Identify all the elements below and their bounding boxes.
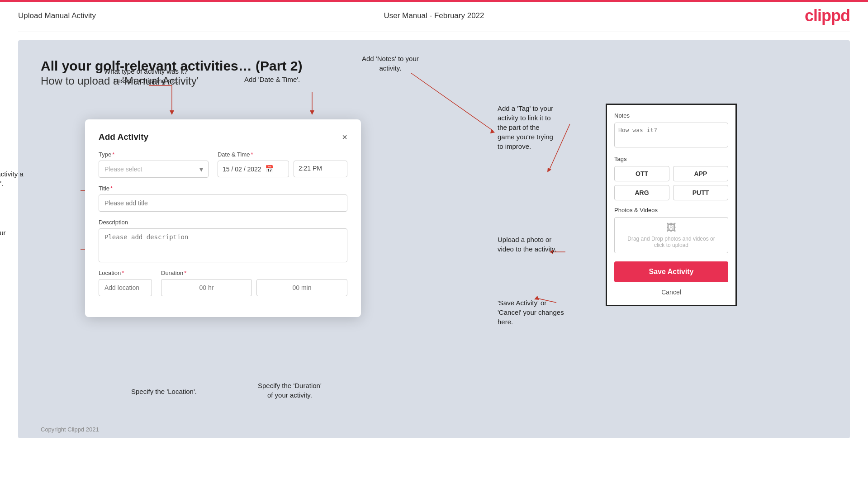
annotation-notes: Add 'Notes' to your activity. (362, 54, 419, 73)
description-textarea[interactable] (99, 228, 347, 262)
main-content-area: All your golf-relevant activities… (Part… (18, 40, 850, 438)
svg-marker-16 (547, 168, 551, 172)
notes-section-label: Notes (614, 112, 728, 119)
annotation-save: 'Save Activity' or 'Cancel' your changes… (498, 298, 597, 327)
photo-icon: 🖼 (666, 222, 676, 234)
title-label: Title* (99, 185, 347, 192)
photos-placeholder-text: Drag and Drop photos and videos or click… (627, 236, 715, 248)
page-header-left: Upload Manual Activity (18, 11, 96, 20)
location-label: Location* (99, 270, 152, 276)
annotation-give-title: Give your activity a 'Title'. (0, 169, 24, 188)
annotation-date-time: Add 'Date & Time'. (244, 76, 300, 83)
annotation-location-bottom: Specify the 'Location'. (131, 388, 197, 395)
save-activity-button[interactable]: Save Activity (614, 261, 728, 282)
title-input[interactable] (99, 194, 347, 212)
photos-upload-area[interactable]: 🖼 Drag and Drop photos and videos or cli… (614, 217, 728, 253)
date-input[interactable]: 15 / 02 / 2022 📅 (218, 161, 289, 177)
tag-arg[interactable]: ARG (614, 185, 669, 200)
page-header-center: User Manual - February 2022 (384, 11, 484, 20)
annotation-duration-bottom: Specify the 'Duration' of your activity. (258, 381, 322, 400)
tag-ott[interactable]: OTT (614, 166, 669, 181)
dialog-title: Add Activity (99, 132, 148, 142)
date-time-label: Date & Time* (218, 151, 347, 158)
svg-marker-2 (170, 110, 174, 115)
tags-grid: OTT APP ARG PUTT (614, 166, 728, 200)
time-input[interactable]: 2:21 PM (294, 161, 347, 177)
type-label: Type* (99, 151, 209, 158)
annotation-what-type: What type of activity was it? Lesson, Ch… (104, 66, 188, 85)
location-input[interactable] (99, 279, 152, 296)
copyright: Copyright Clippd 2021 (41, 426, 99, 433)
logo: clippd (805, 6, 850, 25)
tag-app[interactable]: APP (673, 166, 728, 181)
annotation-upload: Upload a photo or video to the activity. (498, 235, 588, 254)
duration-label: Duration* (161, 270, 347, 276)
notes-textarea[interactable] (614, 123, 728, 147)
phone-panel: Notes Tags OTT APP ARG PUTT Photos & Vid… (606, 104, 737, 306)
svg-marker-4 (310, 110, 314, 115)
tags-section-label: Tags (614, 156, 728, 162)
duration-min-input[interactable] (256, 279, 347, 296)
annotation-describe: Describe your activity. (0, 228, 6, 247)
dialog-close-button[interactable]: × (342, 133, 347, 142)
svg-marker-14 (490, 129, 495, 133)
cancel-button[interactable]: Cancel (614, 287, 728, 298)
tag-putt[interactable]: PUTT (673, 185, 728, 200)
photos-section-label: Photos & Videos (614, 207, 728, 213)
type-select[interactable]: Please select (99, 161, 209, 178)
add-activity-dialog: Add Activity × Type* Please select (85, 119, 361, 317)
duration-hr-input[interactable] (161, 279, 252, 296)
calendar-icon: 📅 (265, 165, 274, 173)
description-label: Description (99, 219, 347, 226)
annotation-tag: Add a 'Tag' to your activity to link it … (498, 104, 588, 151)
